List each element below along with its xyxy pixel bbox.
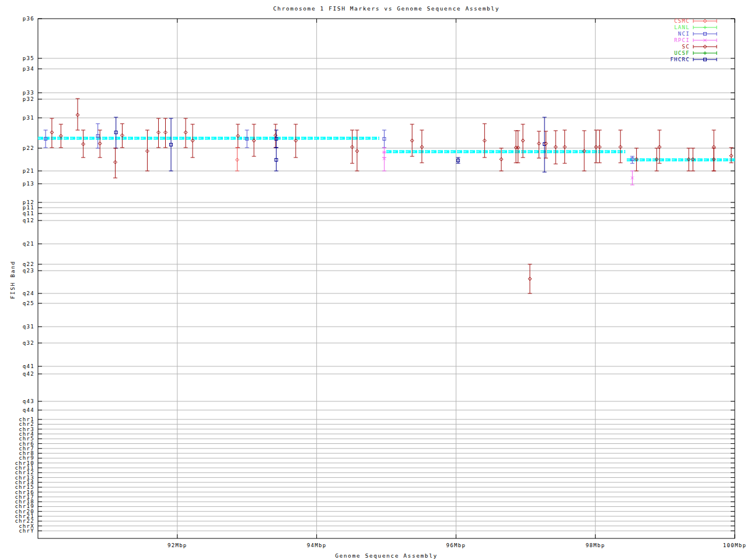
y-tick-label: p21 (23, 168, 34, 174)
x-tick-label: 94Mbp (307, 542, 327, 548)
assembly-band-line (38, 138, 735, 160)
data-point-sc (619, 130, 623, 163)
legend-label: UCSF (674, 50, 690, 56)
y-tick-label: q21 (23, 241, 34, 247)
data-point-sc (563, 130, 567, 163)
data-point-sc (81, 130, 85, 158)
legend-label: LANL (674, 24, 690, 30)
y-tick-label: p32 (23, 96, 34, 102)
legend-label: SC (682, 44, 690, 50)
x-tick-label: 92Mbp (167, 542, 187, 548)
y-tick-label: q31 (23, 324, 34, 330)
legend-label: NCI (678, 31, 690, 37)
data-point-sc (658, 130, 662, 163)
y-tick-label: q24 (23, 290, 34, 296)
legend-label: FHCRC (670, 57, 690, 62)
data-point-rpci (630, 171, 634, 185)
y-axis-title: FISH Band (9, 248, 16, 312)
data-point-sc (598, 130, 602, 163)
data-point-sc (252, 124, 256, 156)
y-tick-label: p34 (23, 66, 34, 72)
y-tick-label: chrY (19, 528, 34, 534)
legend-sample-fhcrc (692, 56, 718, 63)
y-tick-label: p11 (23, 205, 34, 211)
data-point-sc (59, 124, 63, 148)
data-point-fhcrc (274, 148, 278, 171)
data-point-sc (191, 124, 195, 158)
y-tick-label: p36 (23, 16, 34, 22)
y-tick-label: q44 (23, 407, 34, 413)
data-point-sc (687, 148, 691, 171)
data-point-fhcrc (456, 158, 460, 163)
legend-label: RPCI (674, 37, 690, 43)
data-point-sc (76, 99, 80, 130)
chart-title: Chromosome 1 FISH Markers vs Genome Sequ… (38, 5, 735, 12)
data-point-sc (294, 124, 298, 158)
data-point-csmc (235, 148, 239, 171)
data-point-fhcrc (169, 118, 173, 171)
data-point-nci (245, 130, 249, 148)
y-tick-label: q23 (23, 268, 34, 274)
data-point-sc (163, 118, 167, 148)
data-point-sc (420, 130, 424, 163)
data-point-sc (145, 130, 149, 171)
data-point-nci (630, 156, 634, 163)
data-point-sc (156, 118, 160, 148)
y-tick-label: q32 (23, 340, 34, 346)
data-point-rpci (382, 152, 386, 171)
x-axis-title: Genome Sequence Assembly (38, 552, 735, 559)
x-tick-label: 100Mbp (723, 542, 746, 548)
y-tick-label: q25 (23, 300, 34, 306)
y-tick-label: q22 (23, 261, 34, 267)
data-point-sc (712, 148, 716, 171)
data-point-sc (594, 130, 598, 163)
fish-marker-chart: Chromosome 1 FISH Markers vs Genome Sequ… (0, 0, 747, 560)
y-tick-label: q42 (23, 371, 34, 377)
gridlines (38, 19, 735, 538)
data-point-sc (528, 264, 532, 293)
legend-entry-fhcrc: FHCRC (638, 60, 732, 66)
y-tick-label: p31 (23, 115, 34, 121)
data-point-sc (691, 148, 695, 171)
data-point-sc (634, 148, 638, 171)
y-tick-label: q12 (23, 218, 34, 223)
plot-border (38, 19, 735, 538)
legend-label: CSMC (674, 18, 690, 24)
y-tick-label: q41 (23, 363, 34, 369)
y-tick-labels: p36p35p34p33p32p31p22p21p13p12p11q11q12q… (15, 16, 34, 534)
data-point-sc (655, 148, 659, 171)
y-tick-label: q11 (23, 211, 34, 216)
data-point-sc (236, 124, 240, 148)
data-point-fhcrc (114, 117, 118, 148)
y-tick-label: p22 (23, 145, 34, 151)
y-tick-label: p35 (23, 55, 34, 61)
data-point-sc (113, 148, 117, 178)
data-point-sc (537, 131, 541, 158)
data-point-sc (50, 118, 54, 148)
y-tick-label: q43 (23, 398, 34, 404)
x-tick-label: 98Mbp (585, 542, 605, 548)
y-tick-label: p13 (23, 181, 34, 187)
data-point-sc (355, 130, 359, 171)
data-point-sc (554, 131, 558, 164)
y-tick-label: p33 (23, 90, 34, 96)
data-point-sc (184, 118, 188, 148)
plot-area: p36p35p34p33p32p31p22p21p13p12p11q11q12q… (0, 0, 747, 560)
data-point-sc (350, 130, 354, 163)
tick-marks (38, 19, 735, 538)
x-tick-label: 96Mbp (446, 542, 466, 548)
data-point-sc (120, 124, 124, 148)
data-point-sc (582, 131, 587, 171)
data-point-fhcrc (274, 130, 278, 148)
x-tick-labels: 92Mbp94Mbp96Mbp98Mbp100Mbp (167, 542, 746, 548)
data-point-nci (44, 130, 48, 148)
data-point-nci (382, 130, 386, 148)
data-point-sc (274, 124, 278, 148)
